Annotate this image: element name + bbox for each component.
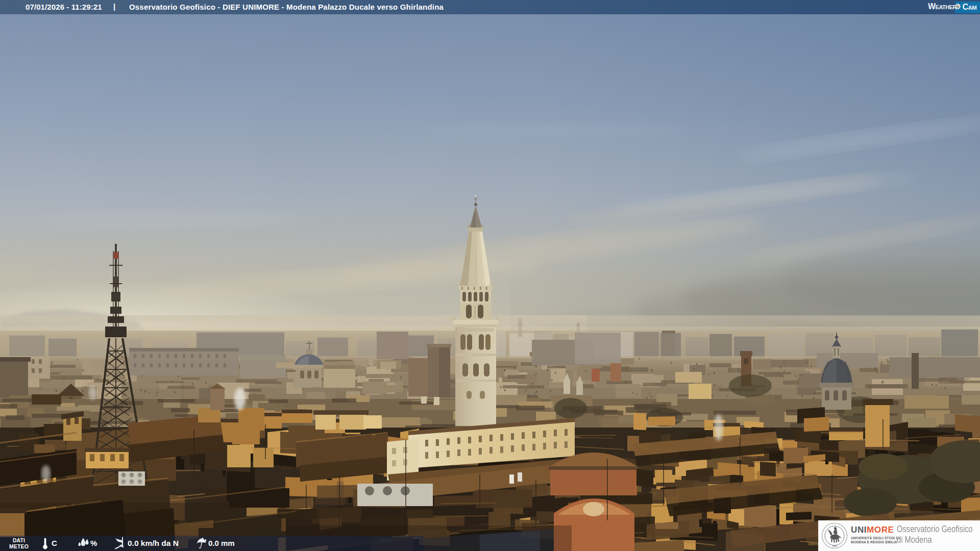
svg-text:1175: 1175 [832, 545, 837, 547]
